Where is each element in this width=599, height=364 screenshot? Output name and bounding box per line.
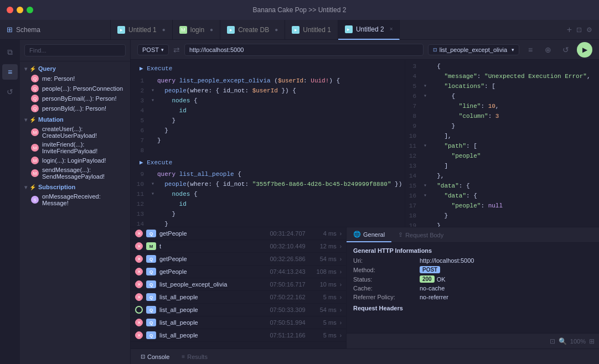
titlebar: Banana Cake Pop >> Untitled 2: [0, 0, 599, 20]
detail-section-title: General HTTP Informations: [353, 247, 592, 254]
zoom-expand-icon[interactable]: ⊞: [589, 337, 595, 345]
mutation-icon-sendmessage: M: [31, 169, 39, 177]
zoom-search-icon[interactable]: 🔍: [559, 337, 567, 345]
tree-section-subscription: ▾ ⚡ Subscription S onMessageReceived: Me…: [20, 182, 130, 207]
tree-item-sendmessage[interactable]: M sendMessage(...): SendMessagePayload!: [20, 165, 130, 181]
run-button[interactable]: ▶: [577, 42, 592, 58]
req-dur-0: 4 ms: [309, 230, 337, 237]
tree-item-personbyid[interactable]: Q personById(...): Person!: [20, 103, 130, 113]
tree-header-query[interactable]: ▾ ⚡ Query: [20, 64, 130, 74]
req-time-2: 00:32:26.586: [261, 256, 306, 262]
tab-untitled1a[interactable]: ▸ Untitled 1 ●: [111, 20, 173, 40]
details-content: General HTTP Informations Uri: http://lo…: [347, 243, 599, 333]
request-item-3[interactable]: ✕ Q getPeople 07:44:13.243 108 ms ›: [131, 266, 346, 278]
req-time-8: 07:51:12.166: [261, 332, 306, 339]
execute-button-1[interactable]: ▶ Execute: [135, 63, 177, 75]
details-tab-general[interactable]: 🌐 General: [347, 227, 391, 242]
resp-line-10: 10 ],: [405, 132, 599, 142]
tree-section-query: ▾ ⚡ Query Q me: Person! Q people(...): P…: [20, 64, 130, 113]
tab-untitled1b[interactable]: ▸ Untitled 1: [285, 20, 338, 40]
details-bottom-bar: ⊡ 🔍 100% ⊞: [347, 333, 599, 349]
detail-row-referrer: Referrer Policy: no-referrer: [353, 294, 592, 300]
fullscreen-button[interactable]: [27, 7, 33, 13]
window-title: Banana Cake Pop >> Untitled 2: [253, 6, 347, 14]
req-arrow-6: ›: [340, 307, 342, 313]
detail-referrer-label: Referrer Policy:: [353, 294, 420, 300]
request-item-1[interactable]: ✕ M t 00:32:10.449 12 ms ›: [131, 240, 346, 253]
minimize-button[interactable]: [17, 7, 23, 13]
tab-login[interactable]: M login ●: [173, 20, 220, 40]
details-tabs: 🌐 General ⇪ Request Body: [347, 227, 599, 243]
request-item-0[interactable]: ✕ Q getPeople 00:31:24.707 4 ms ›: [131, 227, 346, 240]
link-button[interactable]: ⊕: [541, 43, 555, 56]
req-name-0: getPeople: [159, 230, 258, 237]
schema-panel-toggle[interactable]: ⊞ Schema: [0, 20, 111, 39]
tree-item-invitefriend[interactable]: M inviteFriend(...): InviteFriendPayload…: [20, 140, 130, 155]
chevron-subscription: ▾: [24, 184, 27, 190]
req-status-error-3: ✕: [135, 268, 143, 275]
tab-layout-button[interactable]: ⊡: [576, 26, 582, 34]
close-button[interactable]: [7, 7, 13, 13]
sidebar-icon-schema[interactable]: ≡: [2, 64, 18, 80]
add-tab-button[interactable]: +: [567, 25, 572, 35]
method-selector[interactable]: POST ▾: [137, 44, 169, 55]
query-icon-personbyemail: Q: [31, 95, 39, 102]
collapse-icon[interactable]: ⊡: [550, 337, 555, 345]
sidebar-icon-copy[interactable]: ⧉: [2, 44, 18, 60]
sub-icon-onmessagereceived: S: [31, 196, 39, 204]
tab-close-untitled1a[interactable]: ●: [162, 27, 166, 33]
req-time-7: 07:50:51.994: [261, 319, 306, 326]
req-type-q-2: Q: [146, 255, 156, 263]
response-editor[interactable]: 3 { 4 "message": "Unexpected Execution E…: [405, 60, 599, 227]
sidebar-icon-history[interactable]: ↺: [2, 84, 18, 100]
req-arrow-3: ›: [340, 269, 342, 275]
search-input[interactable]: [24, 44, 126, 56]
refresh-button[interactable]: ↺: [559, 43, 572, 56]
endpoint-selector[interactable]: ⊡ list_people_except_olivia ▾: [428, 44, 519, 55]
code-line-1: 1 query list_people_except_olivia ($user…: [131, 76, 405, 86]
req-dur-6: 54 ms: [309, 306, 337, 313]
prettify-button[interactable]: ≡: [524, 43, 537, 56]
tab-icon-untitled2: ▸: [345, 25, 353, 33]
tree-item-personbyemail[interactable]: Q personByEmail(...): Person!: [20, 93, 130, 103]
tree-item-me[interactable]: Q me: Person!: [20, 74, 130, 84]
schema-tree: ▾ ⚡ Query Q me: Person! Q people(...): P…: [20, 61, 130, 364]
tree-header-subscription[interactable]: ▾ ⚡ Subscription: [20, 182, 130, 192]
code-editor[interactable]: ▶ Execute 1 query list_people_except_oli…: [131, 60, 405, 227]
bottom-panel: ✕ Q getPeople 00:31:24.707 4 ms › ✕ M t …: [131, 227, 599, 349]
tab-untitled2[interactable]: ▸ Untitled 2 ×: [338, 20, 400, 40]
detail-status-label: Status:: [353, 276, 420, 283]
detail-uri-value: http://localhost:5000: [420, 257, 474, 264]
request-item-4[interactable]: ✕ Q list_people_except_olivia 07:50:16.7…: [131, 278, 346, 291]
request-item-8[interactable]: ✕ Q list_all_people 07:51:12.166 5 ms ›: [131, 329, 346, 342]
tree-item-login[interactable]: M login(...): LoginPayload!: [20, 155, 130, 165]
tree-header-mutation[interactable]: ▾ ⚡ Mutation: [20, 115, 130, 124]
tab-icon-createdb: ▸: [227, 26, 235, 34]
execute-button-2[interactable]: ▶ Execute: [135, 157, 177, 169]
bottom-tab-console[interactable]: ⊡ Console: [135, 351, 175, 362]
tab-settings-button[interactable]: ⚙: [586, 26, 592, 34]
request-item-5[interactable]: ✕ Q list_all_people 07:50:22.162 5 ms ›: [131, 291, 346, 304]
tab-createdb[interactable]: ▸ Create DB ●: [220, 20, 285, 40]
details-tab-request-body[interactable]: ⇪ Request Body: [391, 227, 450, 242]
tree-item-createuser[interactable]: M createUser(...): CreateUserPayload!: [20, 124, 130, 140]
tree-item-onmessagereceived[interactable]: S onMessageReceived: Message!: [20, 192, 130, 207]
detail-headers-title: Request Headers: [353, 305, 592, 311]
tab-close-createdb[interactable]: ●: [275, 27, 278, 33]
detail-method-label: Method:: [353, 267, 420, 273]
request-item-2[interactable]: ✕ Q getPeople 00:32:26.586 54 ms ›: [131, 253, 346, 266]
tabbar: ⊞ Schema ▸ Untitled 1 ● M login ● ▸ Crea…: [0, 20, 599, 40]
tab-close-untitled2[interactable]: ×: [390, 26, 393, 32]
req-type-q-7: Q: [146, 319, 156, 326]
resp-line-6: 6 ▾ {: [405, 92, 599, 102]
req-type-m-1: M: [146, 242, 156, 250]
bottom-tab-results[interactable]: ≡ Results: [176, 351, 213, 362]
request-item-6[interactable]: Q list_all_people 07:50:33.309 54 ms ›: [131, 304, 346, 316]
req-dur-1: 12 ms: [309, 243, 337, 249]
req-status-error-7: ✕: [135, 319, 143, 326]
tab-close-login[interactable]: ●: [210, 27, 213, 33]
tree-item-people[interactable]: Q people(...): PersonConnection: [20, 84, 130, 93]
detail-status-ok: OK: [437, 276, 446, 283]
request-item-7[interactable]: ✕ Q list_all_people 07:50:51.994 5 ms ›: [131, 316, 346, 329]
url-input[interactable]: [184, 44, 424, 56]
